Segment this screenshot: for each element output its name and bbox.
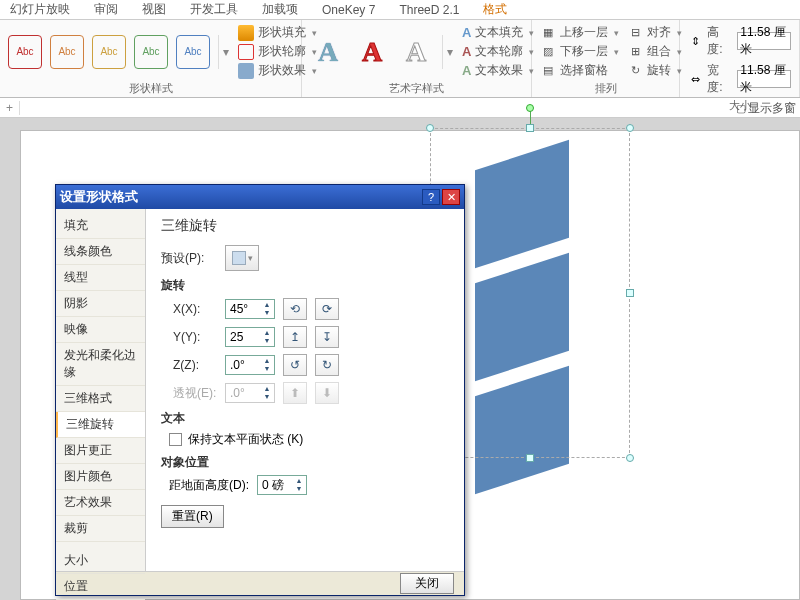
resize-handle[interactable] xyxy=(626,124,634,132)
format-shape-dialog: 设置形状格式 ? ✕ 填充线条颜色线型阴影映像发光和柔化边缘三维格式三维旋转图片… xyxy=(55,184,465,596)
y-input[interactable]: 25▲▼ xyxy=(225,327,275,347)
tab-view[interactable]: 视图 xyxy=(138,0,170,20)
z-rotate-cw[interactable]: ↻ xyxy=(315,354,339,376)
sidebar-item-13[interactable]: 位置 xyxy=(56,574,145,600)
bucket-icon xyxy=(238,25,254,41)
group-button[interactable]: ⊞组合▾ xyxy=(627,43,682,60)
y-rotate-up[interactable]: ↥ xyxy=(283,326,307,348)
sidebar-item-7[interactable]: 三维旋转 xyxy=(56,412,145,438)
rotate-button[interactable]: ↻旋转▾ xyxy=(627,62,682,79)
objpos-section: 对象位置 xyxy=(161,454,450,471)
shape-style-3[interactable]: Abc xyxy=(92,35,126,69)
rotate-icon: ↻ xyxy=(627,63,643,79)
close-button[interactable]: 关闭 xyxy=(400,573,454,594)
resize-handle[interactable] xyxy=(426,124,434,132)
bring-forward-button[interactable]: ▦上移一层▾ xyxy=(540,24,619,41)
height-icon: ⇕ xyxy=(688,33,703,49)
y-rotate-down[interactable]: ↧ xyxy=(315,326,339,348)
tab-review[interactable]: 审阅 xyxy=(90,0,122,20)
sidebar-item-12[interactable]: 大小 xyxy=(56,548,145,574)
z-input[interactable]: .0°▲▼ xyxy=(225,355,275,375)
z-label: Z(Z): xyxy=(161,358,217,372)
shape-style-more[interactable]: ▾ xyxy=(218,35,232,69)
resize-handle[interactable] xyxy=(626,454,634,462)
outline-toggle[interactable]: + xyxy=(0,101,20,115)
tab-slideshow[interactable]: 幻灯片放映 xyxy=(6,0,74,20)
selection-pane-icon: ▤ xyxy=(540,63,556,79)
sidebar-item-2[interactable]: 线型 xyxy=(56,265,145,291)
selection-pane-button[interactable]: ▤选择窗格 xyxy=(540,62,619,79)
sidebar-item-9[interactable]: 图片颜色 xyxy=(56,464,145,490)
z-rotate-ccw[interactable]: ↺ xyxy=(283,354,307,376)
height-input[interactable]: 11.58 厘米 xyxy=(737,32,791,50)
text-effect-button[interactable]: A文本效果▾ xyxy=(462,62,534,79)
text-outline-button[interactable]: A文本轮廓▾ xyxy=(462,43,534,60)
sidebar-item-3[interactable]: 阴影 xyxy=(56,291,145,317)
rotation-section: 旋转 xyxy=(161,277,450,294)
group-icon: ⊞ xyxy=(627,44,643,60)
shape-style-2[interactable]: Abc xyxy=(50,35,84,69)
tab-format[interactable]: 格式 xyxy=(479,0,511,20)
wordart-1[interactable]: A xyxy=(310,34,346,70)
perspective-label: 透视(E): xyxy=(161,385,217,402)
reset-button[interactable]: 重置(R) xyxy=(161,505,224,528)
tab-onekey[interactable]: OneKey 7 xyxy=(318,1,379,19)
wordart-3[interactable]: A xyxy=(398,34,434,70)
show-more-windows[interactable]: ▢ 显示多窗 xyxy=(736,100,796,117)
preset-label: 预设(P): xyxy=(161,250,217,267)
sidebar-item-5[interactable]: 发光和柔化边缘 xyxy=(56,343,145,386)
group-label-shape: 形状样式 xyxy=(8,81,293,96)
close-x-button[interactable]: ✕ xyxy=(442,189,460,205)
align-button[interactable]: ⊟对齐▾ xyxy=(627,24,682,41)
persp-wide: ⬇ xyxy=(315,382,339,404)
sidebar-item-6[interactable]: 三维格式 xyxy=(56,386,145,412)
shape-style-5[interactable]: Abc xyxy=(176,35,210,69)
tab-addin[interactable]: 加载项 xyxy=(258,0,302,20)
distance-input[interactable]: 0 磅▲▼ xyxy=(257,475,307,495)
text-section: 文本 xyxy=(161,410,450,427)
align-icon: ⊟ xyxy=(627,25,643,41)
wordart-2[interactable]: A xyxy=(354,34,390,70)
distance-label: 距地面高度(D): xyxy=(169,477,249,494)
shape-style-4[interactable]: Abc xyxy=(134,35,168,69)
dialog-title: 设置形状格式 xyxy=(60,188,138,206)
sidebar-item-0[interactable]: 填充 xyxy=(56,213,145,239)
send-backward-button[interactable]: ▨下移一层▾ xyxy=(540,43,619,60)
text-fill-button[interactable]: A文本填充▾ xyxy=(462,24,534,41)
effect-icon xyxy=(238,63,254,79)
bring-forward-icon: ▦ xyxy=(540,25,556,41)
resize-handle[interactable] xyxy=(526,124,534,132)
keep-text-flat-checkbox[interactable] xyxy=(169,433,182,446)
height-label: 高度: xyxy=(707,24,733,58)
x-rotate-left[interactable]: ⟲ xyxy=(283,298,307,320)
rotate-handle[interactable] xyxy=(526,104,534,112)
wordart-more[interactable]: ▾ xyxy=(442,35,456,69)
panel-heading: 三维旋转 xyxy=(161,217,450,235)
pen-icon xyxy=(238,44,254,60)
group-label-wordart: 艺术字样式 xyxy=(310,81,523,96)
width-label: 宽度: xyxy=(707,62,733,96)
x-rotate-right[interactable]: ⟳ xyxy=(315,298,339,320)
resize-handle[interactable] xyxy=(626,289,634,297)
sidebar-item-8[interactable]: 图片更正 xyxy=(56,438,145,464)
sidebar-item-1[interactable]: 线条颜色 xyxy=(56,239,145,265)
text-fill-icon: A xyxy=(462,25,471,40)
send-backward-icon: ▨ xyxy=(540,44,556,60)
shape-style-1[interactable]: Abc xyxy=(8,35,42,69)
group-label-arrange: 排列 xyxy=(540,81,671,96)
x-label: X(X): xyxy=(161,302,217,316)
persp-narrow: ⬆ xyxy=(283,382,307,404)
sidebar-item-11[interactable]: 裁剪 xyxy=(56,516,145,542)
help-button[interactable]: ? xyxy=(422,189,440,205)
sidebar-item-10[interactable]: 艺术效果 xyxy=(56,490,145,516)
resize-handle[interactable] xyxy=(526,454,534,462)
tab-threed[interactable]: ThreeD 2.1 xyxy=(395,1,463,19)
perspective-input: .0°▲▼ xyxy=(225,383,275,403)
cube-icon xyxy=(232,251,246,265)
sidebar-item-4[interactable]: 映像 xyxy=(56,317,145,343)
preset-dropdown[interactable]: ▾ xyxy=(225,245,259,271)
x-input[interactable]: 45°▲▼ xyxy=(225,299,275,319)
tab-dev[interactable]: 开发工具 xyxy=(186,0,242,20)
width-icon: ⇔ xyxy=(688,71,703,87)
width-input[interactable]: 11.58 厘米 xyxy=(737,70,791,88)
